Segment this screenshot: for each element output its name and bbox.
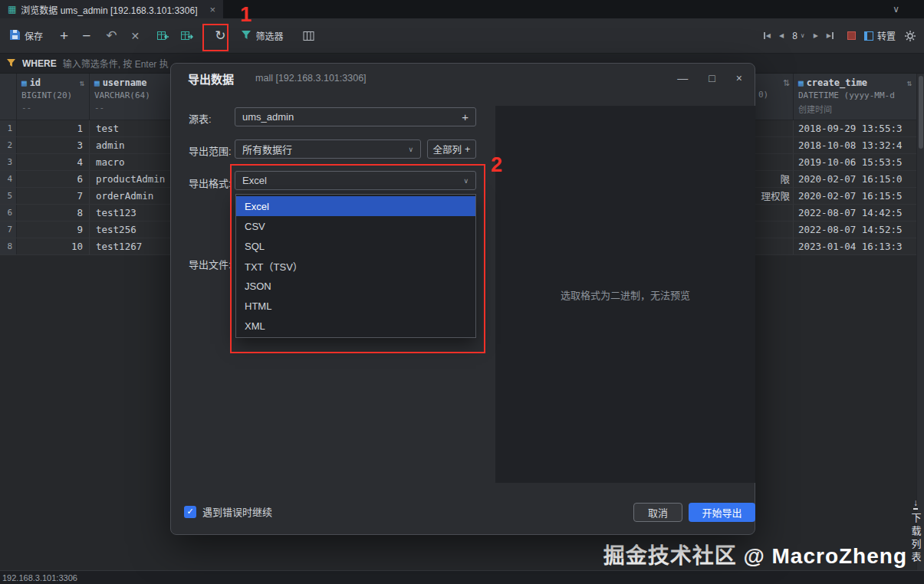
cell-clipped: [755, 238, 794, 254]
add-table-icon[interactable]: +: [462, 110, 469, 123]
checkbox-checked-icon[interactable]: ✓: [184, 506, 196, 518]
save-button[interactable]: 保存: [9, 29, 43, 43]
cell-clipped: [755, 154, 794, 170]
cell-create-time[interactable]: 2022-08-07 14:42:5: [794, 205, 916, 221]
transpose-button[interactable]: 转置: [864, 29, 896, 42]
table-row[interactable]: 2022-08-07 14:52:5: [755, 221, 916, 238]
table-row[interactable]: 2022-08-07 14:42:5: [755, 205, 916, 221]
where-keyword: WHERE: [22, 58, 57, 69]
scrollbar-thumb[interactable]: [919, 76, 923, 149]
transpose-icon: [864, 31, 873, 41]
table-row[interactable]: 理权限 2020-02-07 16:15:5: [755, 188, 916, 205]
prev-page-icon[interactable]: ◀: [779, 32, 784, 39]
stop-icon[interactable]: [847, 31, 856, 40]
next-page-icon[interactable]: ▶: [814, 32, 818, 39]
download-icon: ↓: [913, 498, 918, 510]
where-funnel-icon: [6, 57, 16, 71]
page-size-dropdown[interactable]: 8 ∨: [792, 31, 805, 41]
export-file-label: 导出文件:: [189, 257, 232, 271]
cell-id[interactable]: 10: [17, 238, 90, 254]
annotation-step-1: 1: [240, 3, 252, 27]
save-icon: [9, 29, 21, 43]
connection-host: 192.168.3.101:3306: [2, 573, 77, 582]
download-list-tab[interactable]: ↓ 下载列表: [909, 498, 922, 565]
source-table-field[interactable]: ums_admin +: [235, 107, 476, 126]
cell-create-time[interactable]: 2020-02-07 16:15:5: [794, 188, 916, 204]
column-name: create_time: [807, 77, 867, 88]
tab-bar: ▦ 浏览数据 ums_admin [192.168.3.101:3306] × …: [0, 0, 924, 18]
export-icon[interactable]: [180, 30, 193, 42]
plus-icon: +: [465, 144, 470, 155]
undo-icon[interactable]: ↶: [106, 28, 117, 44]
row-number: 6: [0, 205, 17, 221]
cell-id[interactable]: 4: [17, 154, 90, 170]
export-format-label: 导出格式:: [189, 176, 232, 190]
last-page-icon[interactable]: ▶: [827, 32, 834, 39]
annotation-box-format-dropdown: [230, 164, 485, 353]
cell-create-time[interactable]: 2018-09-29 13:55:3: [794, 120, 916, 136]
chevron-down-icon[interactable]: ∨: [893, 4, 899, 15]
dialog-title-bar[interactable]: 导出数据 mall [192.168.3.101:3306] — □ ×: [171, 64, 755, 93]
vertical-scrollbar[interactable]: [916, 74, 924, 570]
add-record-icon[interactable]: +: [60, 28, 68, 44]
row-number: 4: [0, 171, 17, 187]
tab-close-icon[interactable]: ×: [209, 4, 215, 15]
sort-icon[interactable]: ⇅: [783, 78, 790, 88]
delete-record-icon[interactable]: −: [82, 28, 90, 44]
continue-on-error-checkbox[interactable]: ✓ 遇到错误时继续: [184, 504, 272, 519]
row-number: 3: [0, 154, 17, 170]
page-size-value: 8: [792, 31, 797, 41]
funnel-icon: [241, 30, 252, 42]
tab-browse-data[interactable]: ▦ 浏览数据 ums_admin [192.168.3.101:3306] ×: [0, 0, 223, 18]
cancel-button[interactable]: 取消: [633, 503, 682, 522]
preview-placeholder-text: 选取格式为二进制，无法预览: [561, 287, 690, 302]
app-window: ▦ 浏览数据 ums_admin [192.168.3.101:3306] × …: [0, 0, 924, 584]
first-page-icon[interactable]: ◀: [763, 32, 771, 39]
sort-icon[interactable]: ⇅: [906, 78, 912, 88]
row-number: 2: [0, 137, 17, 153]
table-icon: ▦: [8, 4, 16, 15]
discard-changes-icon[interactable]: ✕: [130, 30, 140, 42]
where-input-placeholder[interactable]: 输入筛选条件, 按 Enter 执: [63, 57, 169, 70]
table-row[interactable]: 2019-10-06 15:53:5: [755, 154, 916, 171]
sort-icon[interactable]: ⇅: [79, 78, 84, 88]
manage-columns-icon[interactable]: [303, 31, 315, 41]
start-export-button[interactable]: 开始导出: [689, 503, 755, 522]
field-icon: ▦: [21, 78, 27, 88]
column-header-create-time[interactable]: ▦ create_time ⇅ DATETIME (yyyy-MM-d 创建时间: [794, 74, 916, 120]
import-icon[interactable]: [156, 30, 169, 42]
cell-id[interactable]: 3: [17, 137, 90, 153]
filter-button[interactable]: 筛选器: [241, 29, 283, 42]
cell-create-time[interactable]: 2023-01-04 16:13:3: [794, 238, 916, 254]
column-header-id[interactable]: ▦ id ⇅ BIGINT(20) --: [17, 74, 90, 120]
all-columns-button[interactable]: 全部列 +: [427, 139, 476, 159]
grid-corner-cell: [0, 74, 17, 120]
watermark-text: 掘金技术社区 @ MacroZheng: [603, 539, 907, 569]
table-row[interactable]: 2018-10-08 13:32:4: [755, 137, 916, 154]
dialog-title: 导出数据: [188, 71, 234, 87]
row-number: 1: [0, 120, 17, 136]
cell-create-time[interactable]: 2022-08-07 14:52:5: [794, 221, 916, 238]
table-row[interactable]: 限 2020-02-07 16:15:0: [755, 171, 916, 188]
cell-id[interactable]: 7: [17, 188, 90, 204]
cell-id[interactable]: 8: [17, 205, 90, 221]
maximize-icon[interactable]: □: [709, 72, 715, 84]
settings-gear-icon[interactable]: [904, 30, 916, 42]
table-row[interactable]: 2023-01-04 16:13:3: [755, 238, 916, 255]
column-name: username: [103, 77, 147, 88]
column-header-clipped[interactable]: ⇅ 0): [755, 74, 794, 120]
cell-id[interactable]: 9: [17, 221, 90, 238]
close-icon[interactable]: ×: [736, 72, 742, 84]
save-label: 保存: [25, 29, 43, 42]
table-row[interactable]: 2018-09-29 13:55:3: [755, 120, 916, 137]
minimize-icon[interactable]: —: [677, 72, 688, 84]
cell-id[interactable]: 1: [17, 120, 90, 136]
cell-create-time[interactable]: 2020-02-07 16:15:0: [794, 171, 916, 187]
cell-clipped: [755, 221, 794, 238]
cell-create-time[interactable]: 2018-10-08 13:32:4: [794, 137, 916, 153]
cell-id[interactable]: 6: [17, 171, 90, 187]
cell-create-time[interactable]: 2019-10-06 15:53:5: [794, 154, 916, 170]
row-number: 7: [0, 221, 17, 238]
export-range-dropdown[interactable]: 所有数据行 ∨: [235, 139, 421, 159]
dialog-subtitle: mall [192.168.3.101:3306]: [255, 73, 367, 84]
